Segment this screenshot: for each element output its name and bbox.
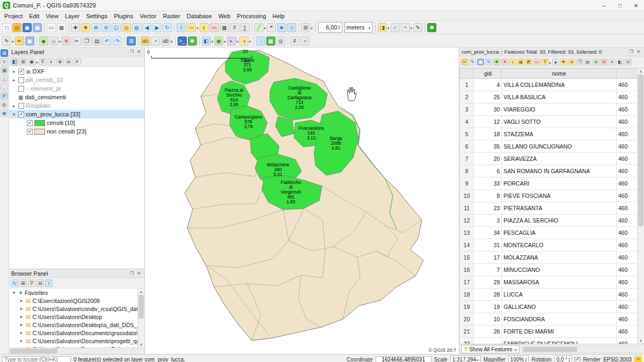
save-project-button[interactable]: ▣ <box>23 23 32 32</box>
new-project-button[interactable]: □ <box>2 23 11 32</box>
delete-selected-button[interactable]: ✕ <box>62 36 71 46</box>
clip-tool-button[interactable]: ◧ <box>202 36 214 46</box>
scroll-thumb[interactable] <box>523 347 577 352</box>
menu-database[interactable]: Database <box>184 12 215 20</box>
cell[interactable]: MINUCCIANO <box>502 264 617 276</box>
paste-rows-button[interactable]: ▤ <box>584 58 591 65</box>
cell[interactable]: 460 <box>616 338 638 344</box>
row-number[interactable]: 15 <box>460 252 474 264</box>
cell[interactable]: 460 <box>616 239 638 252</box>
cell[interactable]: 4 <box>474 79 502 91</box>
cell[interactable]: 460 <box>616 178 638 190</box>
python-console-button[interactable]: >_ <box>178 36 187 46</box>
cell[interactable]: MONTECARLO <box>502 239 617 252</box>
snapping-units-combo[interactable]: meters <box>345 22 373 33</box>
layer-item-com-prov-lucca-33[interactable]: ▾com_prov_lucca [33] <box>9 110 144 119</box>
row-number[interactable]: 7 <box>460 153 474 165</box>
browser-horizontal-scrollbar[interactable] <box>9 348 144 354</box>
cell[interactable]: MOLAZZANA <box>502 252 617 264</box>
cell[interactable]: 460 <box>616 326 638 338</box>
cell[interactable]: SILLANO GIUNCUGNANO <box>502 141 617 153</box>
topological-editing-button[interactable]: ✓ <box>391 23 400 32</box>
pan-to-selection-table-button[interactable]: ✚ <box>560 58 567 65</box>
cell[interactable]: PORCARI <box>502 178 617 190</box>
cell[interactable]: VIAREGGIO <box>502 104 617 116</box>
refresh-browser-button[interactable]: ↻ <box>11 279 18 287</box>
cell[interactable]: 29 <box>474 276 502 289</box>
delete-field-button[interactable]: ⊟ <box>601 58 608 65</box>
browser-item-c-users-salvatore-condiv-rcsa-qgis-data[interactable]: ▸▤C:\Users\Salvatore\condiv_rcsa\QGIS_da… <box>9 305 144 313</box>
row-number[interactable]: 18 <box>460 289 474 301</box>
copy-features-button[interactable]: ❐ <box>82 36 91 46</box>
row-number[interactable]: 11 <box>460 202 474 215</box>
close-panel-icon[interactable]: ✕ <box>135 49 142 54</box>
zoom-last-button[interactable]: ◀ <box>142 23 151 32</box>
layer-item-elementi-pi[interactable]: ○elementi_pi <box>9 84 144 93</box>
multi-edit-button[interactable]: ✎ <box>469 58 476 65</box>
cell[interactable]: 460 <box>616 301 638 313</box>
cell[interactable]: 460 <box>616 202 638 215</box>
cell[interactable]: PIEVE FOSCIANA <box>502 190 617 202</box>
select-by-location-button[interactable]: ◨ <box>378 23 390 32</box>
filter-select-button[interactable]: ∇ <box>541 58 551 65</box>
menu-vector[interactable]: Vector <box>136 12 159 20</box>
menu-layer[interactable]: Layer <box>62 12 83 20</box>
cell[interactable]: 34 <box>474 227 502 239</box>
expander-icon[interactable]: ▸ <box>19 306 24 311</box>
toggle-editing-button[interactable]: ✏ <box>15 36 24 46</box>
zoom-full-button[interactable]: ◱ <box>112 23 121 32</box>
row-number[interactable]: 16 <box>460 264 474 276</box>
cell[interactable]: 460 <box>616 264 638 276</box>
menu-processing[interactable]: Processing <box>233 12 269 20</box>
column-header-col2[interactable] <box>616 69 638 79</box>
undock-icon[interactable]: ❐ <box>128 271 135 276</box>
row-number[interactable]: 8 <box>460 165 474 178</box>
browser-vertical-scrollbar[interactable] <box>137 289 144 348</box>
new-map-view-button[interactable]: ⊞ <box>301 23 313 32</box>
georeferencer-button[interactable]: # <box>290 36 299 46</box>
cell[interactable]: 26 <box>474 326 502 338</box>
select-by-expression-button[interactable]: ε <box>200 23 209 32</box>
cell[interactable]: 31 <box>474 239 502 252</box>
add-wms-layer-button[interactable]: ◉ <box>1 109 8 117</box>
undock-icon[interactable]: ❐ <box>628 49 635 54</box>
cell[interactable]: 460 <box>616 165 638 178</box>
undo-button[interactable]: ↶ <box>103 36 112 46</box>
deselect-all-button[interactable]: ▭ <box>210 23 219 32</box>
cell[interactable]: 460 <box>616 215 638 227</box>
row-number[interactable]: 3 <box>460 104 474 116</box>
expander-icon[interactable]: ▸ <box>19 298 24 303</box>
menu-project[interactable]: Project <box>1 12 26 20</box>
cell[interactable]: 18 <box>474 128 502 141</box>
browser-item-c-esercitazioni-qgis2009[interactable]: ▸▤C:\Esercitazioni\QGIS2009 <box>9 297 144 305</box>
collapse-all-button[interactable]: ⊖ <box>65 58 72 65</box>
cell[interactable]: FOSCIANDORA <box>502 313 617 326</box>
cell[interactable]: MASSAROSA <box>502 276 617 289</box>
row-number[interactable]: 9 <box>460 178 474 190</box>
cell[interactable]: 28 <box>474 289 502 301</box>
cell[interactable]: 460 <box>616 116 638 128</box>
statistical-summary-button[interactable]: ∑ <box>240 23 250 32</box>
maximize-button[interactable]: □ <box>612 0 628 11</box>
manage-plugins-button[interactable]: ✱ <box>188 36 197 46</box>
labeling-options-button[interactable]: ab <box>161 36 173 46</box>
menu-edit[interactable]: Edit <box>26 12 42 20</box>
browser-item-c-users-salvatore-documents-progetti-qgis-v[interactable]: ▸▤C:\Users\Salvatore\Documents\progetti_… <box>9 337 144 345</box>
manage-map-themes-button[interactable]: ◉ <box>28 58 38 65</box>
add-selected-layers-button[interactable]: ⊞ <box>19 279 27 287</box>
cell[interactable]: 460 <box>616 91 638 104</box>
zoom-to-selection-table-button[interactable]: ⊕ <box>568 58 575 65</box>
add-spatialite-layer-button[interactable]: ◍ <box>1 101 8 108</box>
row-number[interactable]: 2 <box>460 91 474 104</box>
coordinate-input[interactable] <box>376 356 431 362</box>
table-horizontal-scrollbar[interactable] <box>522 346 642 353</box>
menu-settings[interactable]: Settings <box>83 12 111 20</box>
zoom-in-button[interactable]: ⊕ <box>91 23 100 32</box>
rotation-spinbox[interactable]: 0,0 ° <box>554 356 573 362</box>
row-number[interactable]: 1 <box>460 79 474 91</box>
cell[interactable]: 460 <box>616 190 638 202</box>
data-source-manager-button[interactable]: ⊞ <box>127 36 136 46</box>
messages-icon[interactable]: ❝ <box>634 356 642 362</box>
row-number[interactable]: 12 <box>460 215 474 227</box>
cell[interactable]: LUCCA <box>502 289 617 301</box>
